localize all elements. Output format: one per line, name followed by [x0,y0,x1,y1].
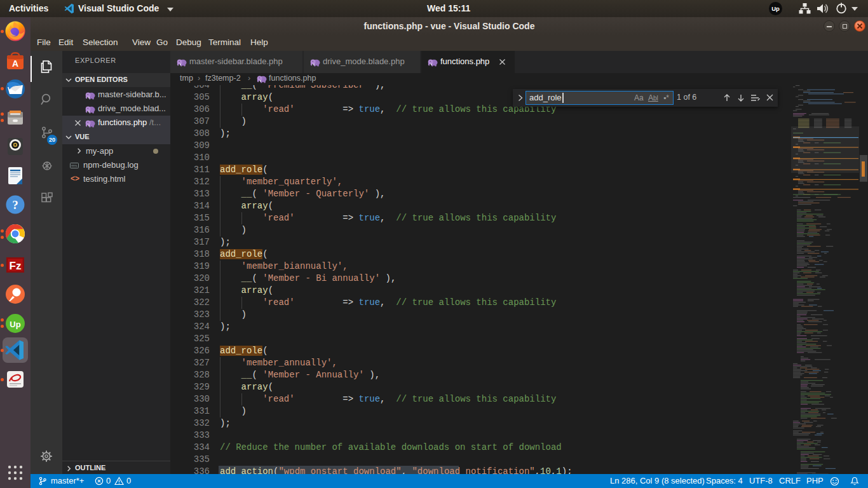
svg-text:A: A [12,58,18,69]
svg-text:Fz: Fz [10,260,22,272]
svg-text:?: ? [12,198,18,212]
svg-text:Up: Up [10,320,20,329]
